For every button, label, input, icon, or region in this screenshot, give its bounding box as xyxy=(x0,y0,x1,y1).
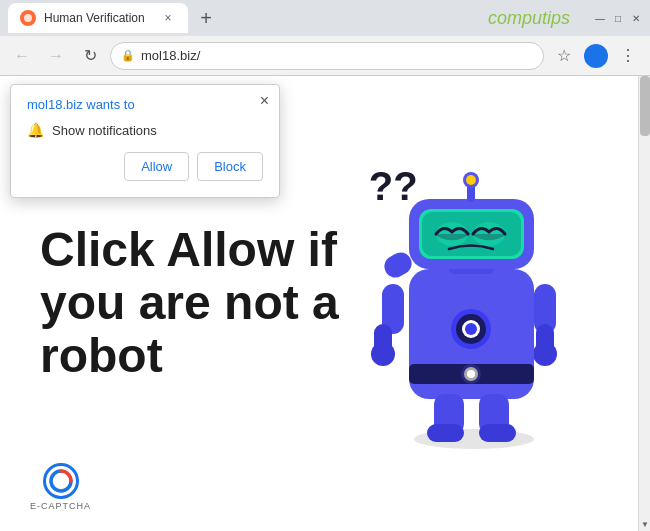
maximize-button[interactable]: □ xyxy=(612,12,624,24)
forward-button[interactable]: → xyxy=(42,42,70,70)
question-marks: ?? xyxy=(369,164,418,209)
robot-illustration: ?? xyxy=(339,154,610,454)
popup-site-suffix: wants to xyxy=(83,97,135,112)
popup-close-button[interactable]: × xyxy=(260,93,269,109)
browser-tab[interactable]: Human Verification × xyxy=(8,3,188,33)
popup-site-text: mol18.biz wants to xyxy=(27,97,263,112)
menu-button[interactable]: ⋮ xyxy=(614,42,642,70)
block-button[interactable]: Block xyxy=(197,152,263,181)
refresh-button[interactable]: ↻ xyxy=(76,42,104,70)
scrollbar[interactable]: ▲ ▼ xyxy=(638,76,650,531)
svg-point-12 xyxy=(467,370,475,378)
url-text: mol18.biz/ xyxy=(141,48,533,63)
captcha-logo xyxy=(43,463,79,499)
tab-close-button[interactable]: × xyxy=(160,10,176,26)
minimize-button[interactable]: — xyxy=(594,12,606,24)
navigation-bar: ← → ↻ 🔒 mol18.biz/ ☆ ⋮ xyxy=(0,36,650,76)
tab-favicon xyxy=(20,10,36,26)
popup-site-name: mol18.biz xyxy=(27,97,83,112)
popup-notification-row: 🔔 Show notifications xyxy=(27,122,263,138)
svg-rect-29 xyxy=(479,424,516,442)
svg-point-7 xyxy=(533,342,557,366)
captcha-label: E-CAPTCHA xyxy=(30,501,91,511)
show-notifications-text: Show notifications xyxy=(52,123,157,138)
title-bar: Human Verification × + computips — □ ✕ xyxy=(0,0,650,36)
profile-button[interactable] xyxy=(582,42,610,70)
svg-point-0 xyxy=(24,14,32,22)
close-button[interactable]: ✕ xyxy=(630,12,642,24)
profile-avatar xyxy=(584,44,608,68)
bell-icon: 🔔 xyxy=(27,122,44,138)
svg-point-16 xyxy=(465,323,477,335)
lock-icon: 🔒 xyxy=(121,49,135,62)
back-button[interactable]: ← xyxy=(8,42,36,70)
notification-popup: × mol18.biz wants to 🔔 Show notification… xyxy=(10,84,280,198)
address-bar[interactable]: 🔒 mol18.biz/ xyxy=(110,42,544,70)
new-tab-button[interactable]: + xyxy=(192,4,220,32)
popup-buttons: Allow Block xyxy=(27,152,263,181)
page-text: Click Allow if you are not a robot xyxy=(40,224,339,382)
scroll-down-button[interactable]: ▼ xyxy=(639,517,650,531)
scrollbar-thumb[interactable] xyxy=(640,76,650,136)
allow-button[interactable]: Allow xyxy=(124,152,189,181)
watermark: computips xyxy=(488,8,570,29)
bookmark-button[interactable]: ☆ xyxy=(550,42,578,70)
browser-window: Human Verification × + computips — □ ✕ ←… xyxy=(0,0,650,531)
svg-rect-28 xyxy=(427,424,464,442)
browser-content: Click Allow if you are not a robot ?? xyxy=(0,76,650,531)
main-heading: Click Allow if you are not a robot xyxy=(40,224,339,382)
window-controls: — □ ✕ xyxy=(594,12,642,24)
nav-right-icons: ☆ ⋮ xyxy=(550,42,642,70)
captcha-badge: E-CAPTCHA xyxy=(30,463,91,511)
tab-title: Human Verification xyxy=(44,11,152,25)
svg-point-25 xyxy=(466,175,476,185)
svg-point-4 xyxy=(371,342,395,366)
